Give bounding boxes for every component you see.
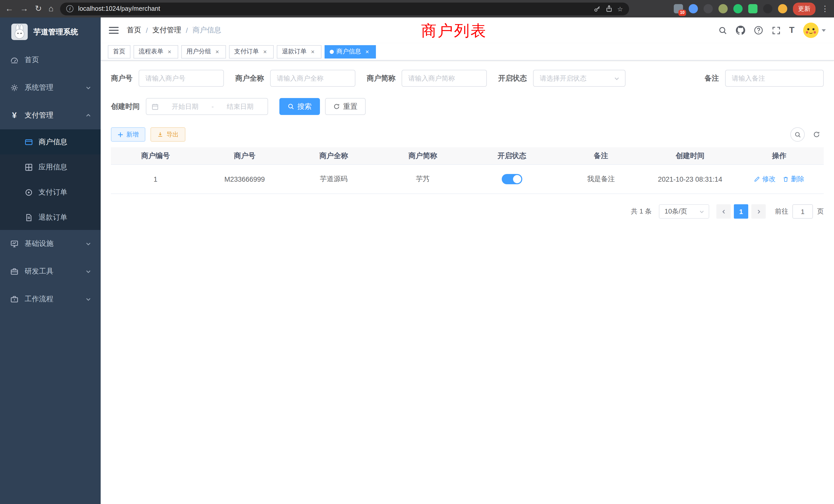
url-text[interactable]: localhost:1024/pay/merchant <box>78 5 589 12</box>
breadcrumb-separator: / <box>186 26 188 35</box>
forward-icon[interactable]: → <box>20 5 28 13</box>
sidebar-item-refund-order[interactable]: 退款订单 <box>0 205 101 230</box>
grid-icon <box>25 163 33 171</box>
tab-close-icon[interactable]: × <box>261 48 269 55</box>
chevron-right-icon <box>756 209 761 214</box>
short-name-input[interactable] <box>401 70 487 87</box>
sidebar-item-home[interactable]: 首页 <box>0 46 101 74</box>
browser-menu-icon[interactable]: ⋮ <box>821 4 829 13</box>
bookmark-star-icon[interactable]: ☆ <box>617 5 623 13</box>
tab-close-icon[interactable]: × <box>364 48 371 55</box>
sidebar-item-pay-order[interactable]: 支付订单 <box>0 180 101 205</box>
prev-page-button[interactable] <box>717 204 731 219</box>
tab-process-form[interactable]: 流程表单 × <box>133 45 178 58</box>
sidebar-item-payment[interactable]: ¥ 支付管理 <box>0 101 101 129</box>
dashboard-icon <box>10 56 19 64</box>
sidebar-item-dev-tools[interactable]: 研发工具 <box>0 258 101 285</box>
share-icon[interactable] <box>606 5 613 12</box>
chevron-down-icon <box>85 85 91 91</box>
add-button[interactable]: 新增 <box>111 127 145 142</box>
tab-pay-order[interactable]: 支付订单 × <box>229 45 274 58</box>
add-button-label: 新增 <box>126 130 139 139</box>
monitor-icon <box>10 240 19 248</box>
tab-close-icon[interactable]: × <box>309 48 316 55</box>
col-short-name: 商户简称 <box>378 151 467 160</box>
browser-chrome: ← → ↻ ⌂ i localhost:1024/pay/merchant ☆ … <box>0 0 834 18</box>
table-header: 商户编号 商户号 商户全称 商户简称 开启状态 备注 创建时间 操作 <box>111 147 824 165</box>
sidebar-item-merchant-info[interactable]: 商户信息 <box>0 129 101 155</box>
fullscreen-icon[interactable] <box>772 26 780 35</box>
tab-home[interactable]: 首页 <box>108 45 130 58</box>
delete-link[interactable]: 删除 <box>783 175 805 184</box>
extension-icon[interactable] <box>704 4 713 13</box>
field-short-name: 商户简称 <box>367 70 487 87</box>
merchant-no-input[interactable] <box>139 70 224 87</box>
tab-close-icon[interactable]: × <box>166 48 173 55</box>
status-select[interactable]: 请选择开启状态 <box>533 70 626 87</box>
refresh-table-button[interactable] <box>809 127 824 142</box>
export-button[interactable]: 导出 <box>151 127 185 142</box>
back-icon[interactable]: ← <box>5 5 13 13</box>
address-bar[interactable]: i localhost:1024/pay/merchant ☆ <box>60 2 629 15</box>
reset-button[interactable]: 重置 <box>325 98 366 115</box>
remark-input[interactable] <box>725 70 824 87</box>
user-avatar[interactable] <box>803 23 826 38</box>
page-content: 商户号 商户全称 商户简称 开启状态 请选择开启状态 <box>101 61 834 504</box>
github-icon[interactable] <box>736 26 745 35</box>
browser-update-button[interactable]: 更新 <box>793 2 815 15</box>
page-size-select[interactable]: 10条/页 <box>659 204 709 219</box>
site-info-icon[interactable]: i <box>66 5 73 12</box>
chevron-down-icon <box>85 269 91 275</box>
hamburger-icon[interactable] <box>109 26 118 35</box>
tab-label: 流程表单 <box>139 47 163 56</box>
home-icon[interactable]: ⌂ <box>48 5 53 13</box>
payment-submenu: 商户信息 应用信息 支付订单 <box>0 129 101 230</box>
extension-icon[interactable] <box>763 4 772 13</box>
extension-icon[interactable] <box>689 4 698 13</box>
sidebar-item-workflow[interactable]: 工作流程 <box>0 285 101 313</box>
tab-merchant-info[interactable]: 商户信息 × <box>325 45 376 58</box>
extension-icon[interactable] <box>748 4 758 13</box>
navbar-actions: T <box>718 23 826 38</box>
sidebar-item-app-info[interactable]: 应用信息 <box>0 155 101 180</box>
start-date-placeholder: 开始日期 <box>163 102 207 111</box>
breadcrumb-home[interactable]: 首页 <box>127 26 141 35</box>
full-name-input[interactable] <box>270 70 355 87</box>
help-icon[interactable] <box>754 26 763 35</box>
toggle-search-button[interactable] <box>790 127 805 142</box>
sidebar-logo[interactable]: 芋道管理系统 <box>0 18 101 46</box>
goto-page-input[interactable] <box>792 204 813 219</box>
field-create-time: 创建时间 开始日期 - 结束日期 <box>111 98 268 115</box>
search-icon[interactable] <box>718 26 727 35</box>
create-time-range-picker[interactable]: 开始日期 - 结束日期 <box>146 98 268 115</box>
tab-refund-order[interactable]: 退款订单 × <box>277 45 322 58</box>
sidebar-item-label: 支付订单 <box>39 188 67 197</box>
search-button[interactable]: 搜索 <box>279 98 320 115</box>
breadcrumb-payment[interactable]: 支付管理 <box>153 26 181 35</box>
extension-icon[interactable] <box>733 4 743 13</box>
tab-close-icon[interactable]: × <box>214 48 221 55</box>
sidebar-item-system[interactable]: 系统管理 <box>0 74 101 101</box>
delete-link-label: 删除 <box>791 175 805 184</box>
edit-link[interactable]: 修改 <box>754 175 776 184</box>
font-size-icon[interactable]: T <box>789 25 794 36</box>
chevron-up-icon <box>85 112 91 118</box>
sidebar-item-infra[interactable]: 基础设施 <box>0 230 101 258</box>
extension-icon[interactable]: 10 <box>674 4 683 13</box>
page-1-button[interactable]: 1 <box>734 204 748 219</box>
profile-avatar-icon[interactable] <box>778 4 787 13</box>
cell-status <box>467 174 556 184</box>
col-actions: 操作 <box>734 151 824 160</box>
cell-actions: 修改 删除 <box>734 175 824 184</box>
status-toggle[interactable] <box>502 174 522 184</box>
toolbox-icon <box>10 268 19 276</box>
next-page-button[interactable] <box>751 204 766 219</box>
tab-user-group[interactable]: 用户分组 × <box>181 45 226 58</box>
reload-icon[interactable]: ↻ <box>35 5 42 13</box>
search-button-label: 搜索 <box>297 102 312 111</box>
password-key-icon[interactable] <box>594 5 601 12</box>
field-label: 创建时间 <box>111 102 140 111</box>
cell-remark: 我是备注 <box>556 175 645 184</box>
extension-icon[interactable] <box>719 4 728 13</box>
cell-full-name: 芋道源码 <box>289 175 378 184</box>
